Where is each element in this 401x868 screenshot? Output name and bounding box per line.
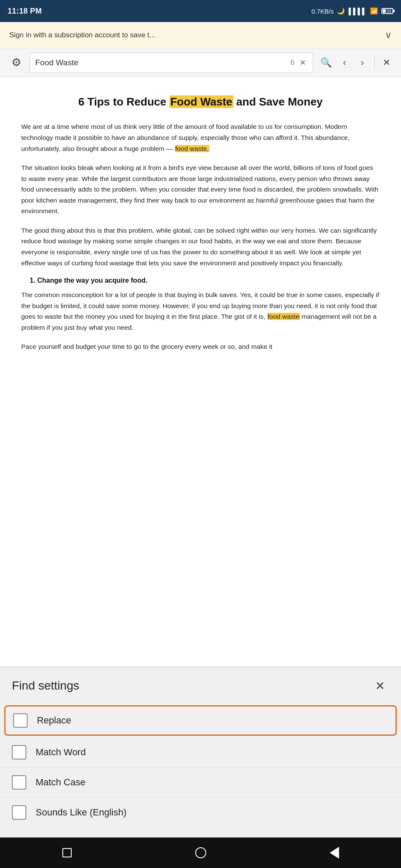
status-time: 11:18 PM	[8, 7, 42, 16]
home-button[interactable]	[55, 841, 79, 865]
match-case-checkbox[interactable]	[12, 775, 26, 790]
chevron-right-icon: ›	[361, 57, 364, 68]
settings-button[interactable]: ⚙	[7, 53, 25, 72]
match-case-label: Match Case	[36, 777, 85, 788]
close-icon: ✕	[375, 679, 385, 693]
search-count: 6	[291, 58, 294, 67]
moon-icon: 🌙	[337, 7, 345, 15]
network-speed: 0.7KB/s	[311, 8, 334, 15]
replace-label: Replace	[37, 715, 71, 726]
gear-icon: ⚙	[11, 56, 21, 69]
subscription-text: Sign in with a subscription account to s…	[9, 31, 155, 39]
back-button[interactable]	[322, 841, 346, 865]
paragraph-2: The situation looks bleak when looking a…	[21, 162, 380, 217]
settings-options: Replace Match Word Match Case Sounds Lik…	[0, 702, 401, 837]
search-bar: ⚙ 6 ✕ 🔍 ‹ › ✕	[0, 48, 401, 77]
navigation-bar	[0, 837, 401, 868]
document-content: 6 Tips to Reduce Food Waste and Save Mon…	[0, 77, 401, 667]
match-word-checkbox[interactable]	[12, 745, 26, 760]
find-settings-close-button[interactable]: ✕	[370, 676, 389, 695]
section-1-title: 1. Change the way you acquire food.	[30, 277, 380, 284]
chevron-down-icon: ∨	[385, 30, 392, 41]
inline-highlight-1: food waste.	[175, 145, 209, 152]
status-bar: 11:18 PM 0.7KB/s 🌙 ▌▌▌▌ 📶 34	[0, 0, 401, 22]
signal-icon: ▌▌▌▌	[348, 8, 367, 15]
find-settings-title: Find settings	[12, 679, 79, 693]
title-highlight: Food Waste	[169, 95, 233, 108]
close-icon: ✕	[383, 57, 390, 68]
next-result-button[interactable]: ›	[355, 55, 370, 70]
sounds-like-label: Sounds Like (English)	[36, 807, 126, 818]
match-word-label: Match Word	[36, 747, 86, 758]
prev-result-button[interactable]: ‹	[337, 55, 352, 70]
search-input[interactable]	[35, 58, 291, 67]
match-word-option[interactable]: Match Word	[0, 737, 401, 768]
document-title: 6 Tips to Reduce Food Waste and Save Mon…	[21, 94, 380, 109]
status-right: 0.7KB/s 🌙 ▌▌▌▌ 📶 34	[311, 7, 393, 15]
sounds-like-checkbox[interactable]	[12, 805, 26, 820]
home-icon	[62, 848, 72, 857]
replace-option[interactable]: Replace	[4, 705, 397, 736]
search-icon: 🔍	[320, 57, 332, 68]
subscription-banner[interactable]: Sign in with a subscription account to s…	[0, 22, 401, 48]
recent-apps-button[interactable]	[189, 841, 213, 865]
paragraph-1: We are at a time where most of us think …	[21, 121, 380, 154]
search-button[interactable]: 🔍	[317, 54, 334, 71]
chevron-left-icon: ‹	[343, 57, 346, 68]
search-actions: 🔍 ‹ › ✕	[317, 54, 394, 71]
match-case-option[interactable]: Match Case	[0, 768, 401, 798]
paragraph-3: The good thing about this is that this p…	[21, 225, 380, 268]
battery-icon: 34	[381, 8, 393, 14]
find-settings-panel: Find settings ✕ Replace Match Word Match…	[0, 667, 401, 837]
close-search-button[interactable]: ✕	[379, 55, 394, 70]
wifi-icon: 📶	[370, 7, 378, 15]
paragraph-4: The common misconception for a lot of pe…	[21, 289, 380, 333]
replace-checkbox[interactable]	[13, 713, 28, 728]
paragraph-5-partial: Pace yourself and budget your time to go…	[21, 341, 380, 352]
inline-highlight-2: food waste	[267, 313, 300, 320]
recent-apps-icon	[195, 847, 206, 858]
search-input-container: 6 ✕	[30, 53, 313, 73]
battery-level: 34	[387, 9, 391, 14]
sounds-like-option[interactable]: Sounds Like (English)	[0, 798, 401, 827]
find-settings-header: Find settings ✕	[0, 667, 401, 702]
back-icon	[330, 847, 339, 859]
divider	[374, 56, 375, 70]
clear-search-button[interactable]: ✕	[298, 57, 308, 68]
